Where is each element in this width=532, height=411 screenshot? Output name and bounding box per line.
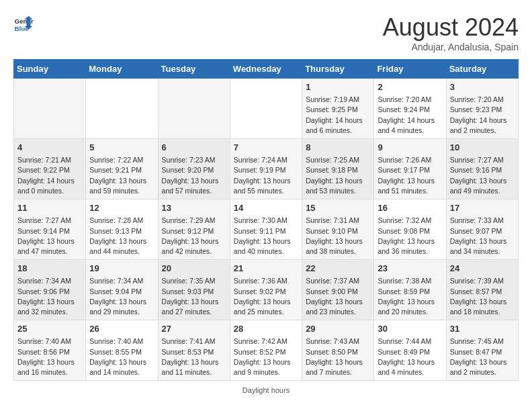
day-cell-30: 30Sunrise: 7:44 AM Sunset: 8:49 PM Dayli… <box>374 320 446 381</box>
day-number: 9 <box>378 142 442 154</box>
day-info: Sunrise: 7:26 AM Sunset: 9:17 PM Dayligh… <box>378 155 442 196</box>
day-info: Sunrise: 7:24 AM Sunset: 9:19 PM Dayligh… <box>234 155 298 196</box>
day-number: 17 <box>450 202 515 214</box>
day-info: Sunrise: 7:19 AM Sunset: 9:25 PM Dayligh… <box>306 95 370 136</box>
day-number: 15 <box>306 202 370 214</box>
day-cell-4: 4Sunrise: 7:21 AM Sunset: 9:22 PM Daylig… <box>14 139 86 199</box>
day-number: 16 <box>378 202 442 214</box>
day-cell-21: 21Sunrise: 7:36 AM Sunset: 9:02 PM Dayli… <box>230 260 302 320</box>
empty-cell <box>158 79 230 139</box>
week-row-5: 25Sunrise: 7:40 AM Sunset: 8:56 PM Dayli… <box>14 320 519 381</box>
day-number: 25 <box>17 323 82 335</box>
day-info: Sunrise: 7:22 AM Sunset: 9:21 PM Dayligh… <box>89 155 154 196</box>
header-row: SundayMondayTuesdayWednesdayThursdayFrid… <box>14 60 519 79</box>
day-info: Sunrise: 7:20 AM Sunset: 9:24 PM Dayligh… <box>378 95 442 136</box>
day-info: Sunrise: 7:21 AM Sunset: 9:22 PM Dayligh… <box>17 155 82 196</box>
day-number: 22 <box>306 263 370 275</box>
day-info: Sunrise: 7:45 AM Sunset: 8:47 PM Dayligh… <box>450 336 515 377</box>
day-cell-18: 18Sunrise: 7:34 AM Sunset: 9:06 PM Dayli… <box>14 260 86 320</box>
day-cell-12: 12Sunrise: 7:28 AM Sunset: 9:13 PM Dayli… <box>86 199 158 260</box>
day-cell-9: 9Sunrise: 7:26 AM Sunset: 9:17 PM Daylig… <box>374 139 446 199</box>
day-cell-11: 11Sunrise: 7:27 AM Sunset: 9:14 PM Dayli… <box>14 199 86 260</box>
day-cell-6: 6Sunrise: 7:23 AM Sunset: 9:20 PM Daylig… <box>158 139 230 199</box>
day-cell-16: 16Sunrise: 7:32 AM Sunset: 9:08 PM Dayli… <box>374 199 446 260</box>
day-cell-5: 5Sunrise: 7:22 AM Sunset: 9:21 PM Daylig… <box>86 139 158 199</box>
day-cell-7: 7Sunrise: 7:24 AM Sunset: 9:19 PM Daylig… <box>230 139 302 199</box>
day-cell-3: 3Sunrise: 7:20 AM Sunset: 9:23 PM Daylig… <box>446 79 518 139</box>
day-number: 29 <box>306 323 370 335</box>
day-cell-1: 1Sunrise: 7:19 AM Sunset: 9:25 PM Daylig… <box>302 79 374 139</box>
title-area: August 2024 Andujar, Andalusia, Spain <box>383 13 519 52</box>
day-info: Sunrise: 7:40 AM Sunset: 8:56 PM Dayligh… <box>17 336 82 377</box>
day-info: Sunrise: 7:40 AM Sunset: 8:55 PM Dayligh… <box>89 336 154 377</box>
calendar-table: SundayMondayTuesdayWednesdayThursdayFrid… <box>13 59 519 381</box>
day-cell-28: 28Sunrise: 7:42 AM Sunset: 8:52 PM Dayli… <box>230 320 302 381</box>
day-cell-27: 27Sunrise: 7:41 AM Sunset: 8:53 PM Dayli… <box>158 320 230 381</box>
day-cell-15: 15Sunrise: 7:31 AM Sunset: 9:10 PM Dayli… <box>302 199 374 260</box>
day-cell-24: 24Sunrise: 7:39 AM Sunset: 8:57 PM Dayli… <box>446 260 518 320</box>
day-info: Sunrise: 7:25 AM Sunset: 9:18 PM Dayligh… <box>306 155 370 196</box>
day-cell-25: 25Sunrise: 7:40 AM Sunset: 8:56 PM Dayli… <box>14 320 86 381</box>
day-info: Sunrise: 7:37 AM Sunset: 9:00 PM Dayligh… <box>306 276 370 317</box>
day-info: Sunrise: 7:41 AM Sunset: 8:53 PM Dayligh… <box>162 336 226 377</box>
day-cell-31: 31Sunrise: 7:45 AM Sunset: 8:47 PM Dayli… <box>446 320 518 381</box>
day-number: 1 <box>306 81 370 93</box>
day-number: 19 <box>89 263 154 275</box>
col-header-monday: Monday <box>86 60 158 79</box>
day-number: 10 <box>450 142 515 154</box>
week-row-1: 1Sunrise: 7:19 AM Sunset: 9:25 PM Daylig… <box>14 79 519 139</box>
day-number: 18 <box>17 263 82 275</box>
col-header-friday: Friday <box>374 60 446 79</box>
day-number: 12 <box>89 202 154 214</box>
footer-text: Daylight hours <box>242 386 290 394</box>
day-info: Sunrise: 7:30 AM Sunset: 9:11 PM Dayligh… <box>234 216 298 257</box>
day-number: 13 <box>162 202 226 214</box>
day-number: 6 <box>162 142 226 154</box>
day-number: 30 <box>378 323 442 335</box>
day-info: Sunrise: 7:33 AM Sunset: 9:07 PM Dayligh… <box>450 216 515 257</box>
day-number: 28 <box>234 323 298 335</box>
day-info: Sunrise: 7:27 AM Sunset: 9:14 PM Dayligh… <box>17 216 82 257</box>
day-info: Sunrise: 7:38 AM Sunset: 8:59 PM Dayligh… <box>378 276 442 317</box>
week-row-3: 11Sunrise: 7:27 AM Sunset: 9:14 PM Dayli… <box>14 199 519 260</box>
header: General Blue August 2024 Andujar, Andalu… <box>13 13 519 52</box>
footer: Daylight hours <box>13 386 519 394</box>
col-header-thursday: Thursday <box>302 60 374 79</box>
week-row-4: 18Sunrise: 7:34 AM Sunset: 9:06 PM Dayli… <box>14 260 519 320</box>
day-cell-14: 14Sunrise: 7:30 AM Sunset: 9:11 PM Dayli… <box>230 199 302 260</box>
day-info: Sunrise: 7:34 AM Sunset: 9:04 PM Dayligh… <box>89 276 154 317</box>
day-info: Sunrise: 7:29 AM Sunset: 9:12 PM Dayligh… <box>162 216 226 257</box>
day-info: Sunrise: 7:35 AM Sunset: 9:03 PM Dayligh… <box>162 276 226 317</box>
day-number: 20 <box>162 263 226 275</box>
day-cell-26: 26Sunrise: 7:40 AM Sunset: 8:55 PM Dayli… <box>86 320 158 381</box>
col-header-wednesday: Wednesday <box>230 60 302 79</box>
day-info: Sunrise: 7:32 AM Sunset: 9:08 PM Dayligh… <box>378 216 442 257</box>
day-info: Sunrise: 7:20 AM Sunset: 9:23 PM Dayligh… <box>450 95 515 136</box>
day-number: 27 <box>162 323 226 335</box>
day-number: 8 <box>306 142 370 154</box>
day-number: 21 <box>234 263 298 275</box>
day-number: 11 <box>17 202 82 214</box>
day-info: Sunrise: 7:44 AM Sunset: 8:49 PM Dayligh… <box>378 336 442 377</box>
day-number: 5 <box>89 142 154 154</box>
col-header-tuesday: Tuesday <box>158 60 230 79</box>
day-cell-17: 17Sunrise: 7:33 AM Sunset: 9:07 PM Dayli… <box>446 199 518 260</box>
day-info: Sunrise: 7:23 AM Sunset: 9:20 PM Dayligh… <box>162 155 226 196</box>
day-cell-23: 23Sunrise: 7:38 AM Sunset: 8:59 PM Dayli… <box>374 260 446 320</box>
day-info: Sunrise: 7:39 AM Sunset: 8:57 PM Dayligh… <box>450 276 515 317</box>
day-info: Sunrise: 7:43 AM Sunset: 8:50 PM Dayligh… <box>306 336 370 377</box>
day-number: 4 <box>17 142 82 154</box>
day-number: 24 <box>450 263 515 275</box>
day-cell-19: 19Sunrise: 7:34 AM Sunset: 9:04 PM Dayli… <box>86 260 158 320</box>
day-info: Sunrise: 7:34 AM Sunset: 9:06 PM Dayligh… <box>17 276 82 317</box>
day-info: Sunrise: 7:42 AM Sunset: 8:52 PM Dayligh… <box>234 336 298 377</box>
day-info: Sunrise: 7:28 AM Sunset: 9:13 PM Dayligh… <box>89 216 154 257</box>
logo: General Blue <box>13 13 34 34</box>
day-number: 31 <box>450 323 515 335</box>
day-cell-2: 2Sunrise: 7:20 AM Sunset: 9:24 PM Daylig… <box>374 79 446 139</box>
day-info: Sunrise: 7:27 AM Sunset: 9:16 PM Dayligh… <box>450 155 515 196</box>
day-number: 3 <box>450 81 515 93</box>
empty-cell <box>14 79 86 139</box>
col-header-sunday: Sunday <box>14 60 86 79</box>
day-number: 14 <box>234 202 298 214</box>
